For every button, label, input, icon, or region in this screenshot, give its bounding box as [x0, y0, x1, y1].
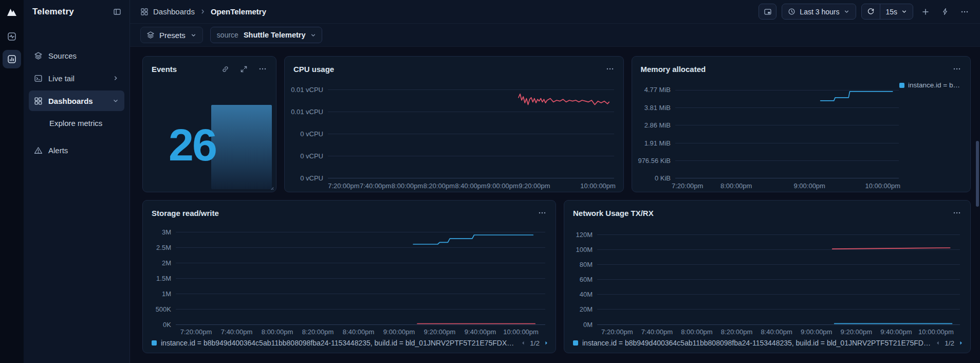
time-range-value: Last 3 hours [800, 8, 839, 16]
next-page-button[interactable] [543, 340, 549, 346]
panel-title: Memory allocated [641, 65, 706, 74]
collapse-sidebar-button[interactable] [111, 6, 123, 18]
prev-page-icon [520, 340, 526, 346]
add-panel-button[interactable] [918, 4, 933, 20]
top-actions: Last 3 hours 15s [759, 4, 972, 20]
rail-uptime-button[interactable] [3, 27, 21, 46]
svg-text:10:00:00pm: 10:00:00pm [918, 328, 954, 336]
ellipsis-icon [258, 65, 267, 73]
svg-text:0 vCPU: 0 vCPU [300, 174, 323, 182]
prev-page-button[interactable] [935, 340, 941, 346]
events-visual[interactable]: 26 [143, 77, 276, 192]
panel-title: Events [152, 65, 177, 74]
legend-label[interactable]: instance.id = b8b949d400364c5ab11bb80809… [582, 339, 931, 347]
ellipsis-icon [953, 65, 961, 73]
chevron-down-icon [190, 32, 197, 39]
sidebar-item-live-tail[interactable]: Live tail [29, 68, 124, 88]
lightning-icon [941, 8, 949, 15]
memory-allocated-chart[interactable]: 4.77 MiB3.81 MiB2.86 MiB1.91 MiB976.56 K… [632, 77, 971, 192]
refresh-interval-value: 15s [885, 8, 897, 16]
svg-text:9:40:00pm: 9:40:00pm [465, 328, 496, 336]
svg-text:0.01 vCPU: 0.01 vCPU [291, 108, 323, 116]
chevron-right-icon [199, 8, 206, 15]
sidebar-item-alerts[interactable]: Alerts [29, 140, 124, 160]
breadcrumb-current: OpenTelemetry [211, 7, 266, 16]
sidebar-item-explore-metrics[interactable]: Explore metrics [29, 113, 124, 133]
sidebar-item-dashboards[interactable]: Dashboards [29, 90, 124, 111]
network-chart[interactable]: 120M100M80M60M40M20M0M7:20:00pm7:40:00pm… [564, 221, 970, 338]
svg-text:2.5M: 2.5M [156, 244, 171, 251]
svg-text:0 KiB: 0 KiB [654, 174, 670, 182]
svg-text:8:40:00pm: 8:40:00pm [455, 182, 487, 190]
svg-text:7:20:00pm: 7:20:00pm [328, 182, 359, 190]
chart-legend: instance.id = b8b949d400364c5ab11bb80809… [143, 338, 556, 353]
next-page-icon [958, 340, 964, 346]
cpu-usage-chart[interactable]: 0.01 vCPU0.01 vCPU0 vCPU0 vCPU0 vCPU7:20… [285, 77, 623, 192]
next-page-button[interactable] [958, 340, 964, 346]
svg-text:9:20:00pm: 9:20:00pm [519, 182, 550, 190]
legend-label: instance.id = b8b... [908, 81, 964, 89]
source-select-label: source [211, 31, 244, 39]
panel-cpu-usage: CPU usage 0.01 vCPU0.01 vCPU0 vCPU0 vCPU… [284, 56, 624, 192]
header-more-button[interactable] [957, 4, 972, 20]
legend-item[interactable]: instance.id = b8b... [899, 81, 964, 89]
svg-text:8:00:00pm: 8:00:00pm [262, 328, 293, 336]
svg-text:1.91 MiB: 1.91 MiB [644, 139, 670, 147]
svg-text:976.56 KiB: 976.56 KiB [638, 157, 671, 165]
svg-text:4.77 MiB: 4.77 MiB [644, 86, 670, 94]
panel-menu-button[interactable] [536, 207, 548, 219]
storage-chart[interactable]: 3M2.5M2M1.5M1M500K0K7:20:00pm7:40:00pm8:… [143, 221, 556, 338]
presets-button[interactable]: Presets [140, 27, 203, 43]
mountain-logo-icon [6, 6, 18, 19]
alert-triangle-icon [34, 146, 43, 155]
page-indicator: 1/2 [530, 339, 540, 347]
svg-text:9:20:00pm: 9:20:00pm [424, 328, 455, 336]
svg-text:0 vCPU: 0 vCPU [300, 152, 323, 160]
ellipsis-icon [960, 8, 969, 16]
sidebar-header: Telemetry [24, 0, 130, 24]
chevron-right-icon [112, 75, 119, 82]
panel-link-button[interactable] [219, 63, 231, 75]
svg-text:500K: 500K [156, 305, 172, 313]
svg-text:8:20:00pm: 8:20:00pm [302, 328, 334, 336]
plus-icon [921, 8, 930, 16]
svg-text:0M: 0M [583, 321, 593, 329]
breadcrumb-dashboards[interactable]: Dashboards [153, 7, 195, 16]
svg-text:9:00:00pm: 9:00:00pm [801, 328, 832, 336]
time-range-select[interactable]: Last 3 hours [782, 4, 856, 20]
svg-text:9:40:00pm: 9:40:00pm [880, 328, 912, 336]
svg-text:0K: 0K [163, 321, 171, 329]
prev-page-button[interactable] [520, 340, 526, 346]
sidebar-item-sources[interactable]: Sources [29, 45, 124, 66]
source-select-value: Shuttle Telemetry [244, 31, 310, 39]
betterstack-logo[interactable] [5, 6, 19, 19]
grid-icon [140, 8, 149, 16]
refresh-interval-select[interactable]: 15s [880, 4, 913, 19]
legend-label[interactable]: instance.id = b8b949d400364c5ab11bb80809… [161, 339, 516, 347]
sidebar-item-label: Dashboards [48, 97, 93, 105]
svg-text:2.86 MiB: 2.86 MiB [644, 121, 670, 129]
grid-icon [34, 97, 43, 105]
sidebar-item-label: Explore metrics [49, 119, 102, 128]
svg-text:7:40:00pm: 7:40:00pm [221, 328, 252, 336]
panel-menu-button[interactable] [951, 207, 963, 219]
panel-menu-button[interactable] [951, 63, 963, 75]
panel-expand-button[interactable] [238, 63, 250, 75]
panel-menu-button[interactable] [604, 63, 616, 75]
panel-network: Network Usage TX/RX 120M100M80M60M40M20M… [564, 200, 971, 353]
ellipsis-icon [953, 209, 961, 217]
pip-view-button[interactable] [759, 4, 776, 20]
rail-telemetry-button[interactable] [3, 50, 21, 68]
panel-menu-button[interactable] [256, 63, 269, 75]
svg-text:3M: 3M [162, 228, 171, 236]
refresh-button[interactable] [862, 4, 880, 19]
sidebar-title: Telemetry [32, 7, 74, 17]
telemetry-icon [7, 55, 16, 64]
scrollbar-thumb[interactable] [976, 141, 979, 207]
svg-text:8:00:00pm: 8:00:00pm [681, 328, 712, 336]
svg-text:9:00:00pm: 9:00:00pm [793, 182, 825, 190]
quick-actions-button[interactable] [938, 4, 952, 20]
content-column: Dashboards OpenTelemetry Last [130, 0, 980, 363]
source-select[interactable]: source Shuttle Telemetry [210, 27, 322, 43]
resize-handle[interactable] [267, 184, 274, 191]
